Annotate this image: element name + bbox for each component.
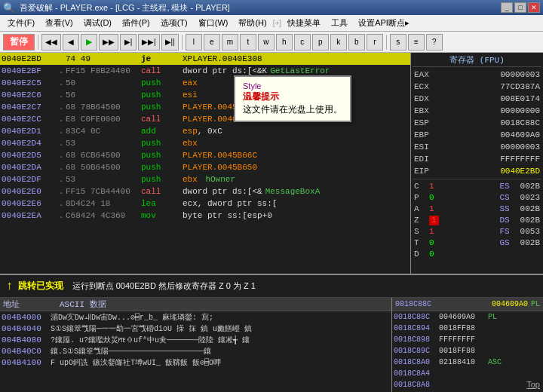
disasm-bytes-13: C68424 4C360 (66, 210, 141, 222)
menu-sep1: [+] (273, 19, 281, 27)
flag-a: A 1 SS 002B (413, 204, 541, 215)
top-link[interactable]: Top (526, 380, 540, 389)
disasm-row-11[interactable]: 0040E2E0 . FF15 7CB44400 call dword ptr … (0, 185, 410, 198)
disasm-row-9[interactable]: 0040E2DA . 68 50B64500 push PLAYER.0045B… (0, 161, 410, 173)
menu-file[interactable]: 文件(F) (3, 16, 39, 30)
flag-c: C 1 ES 002B (413, 181, 541, 192)
tb-k[interactable]: k (330, 34, 347, 51)
forward-button[interactable]: ▶▶ (99, 34, 118, 51)
maximize-button[interactable]: □ (514, 2, 526, 13)
disasm-dot-10: . (57, 173, 66, 185)
disasm-bytes-5: E8 C0FE0000 (66, 113, 141, 125)
hex-row-4: 004B4100 F upO鈳詵 鏃汷㛑嶐社T㙛wUI_ 飯㣈飯 飯⊘⌸O呷 (0, 357, 391, 368)
disasm-row-0[interactable]: 0040E2BD 74 49 je XPLAYER.0040E308 (0, 53, 410, 65)
menu-window[interactable]: 窗口(W) (194, 16, 233, 30)
tb-menu[interactable]: ≡ (408, 34, 425, 51)
step-into-button[interactable]: ▶|| (161, 34, 179, 51)
toolbar: 暂停 ◀◀ ◀ ▶ ▶▶ ▶| ▶▶| ▶|| l e m t w h c p … (0, 32, 543, 53)
disasm-bytes-11: FF15 7CB44400 (66, 185, 141, 198)
run-label: 运行到断点 0040E2BD 然后修改寄存器 Z 0 为 Z 1 (72, 280, 256, 292)
popup-style-label: Style (243, 81, 342, 90)
disasm-bytes-0: 74 49 (66, 53, 141, 65)
menu-plugins[interactable]: 插件(P) (118, 16, 155, 30)
rewind-button[interactable]: ◀◀ (41, 34, 61, 51)
minimize-button[interactable]: _ (501, 2, 513, 13)
disasm-dot-8: . (57, 149, 66, 161)
stack-row-4: 0018C8A0 02188410 ASC (392, 357, 543, 368)
reg-eax: EAX 00000003 (413, 69, 541, 81)
tb-c[interactable]: c (294, 34, 311, 51)
disasm-ops-11: dword ptr ds:[<&MessageBoxA (183, 185, 410, 198)
stack-row-3: 0018C89C 0018FF88 (392, 345, 543, 357)
menu-debug[interactable]: 调试(D) (79, 16, 116, 30)
jump-label: 跳转已实现 (18, 280, 63, 292)
popup-tip-label: 温馨提示 (243, 90, 342, 103)
disasm-addr-0: 0040E2BD (0, 53, 57, 65)
disasm-addr-13: 0040E2EA (0, 210, 57, 222)
menu-tools[interactable]: 工具 (327, 16, 352, 30)
step-out-button[interactable]: ▶▶| (138, 34, 160, 51)
flag-z[interactable]: Z 1 DS 002B (413, 215, 541, 226)
window-controls[interactable]: _ □ ✕ (501, 2, 540, 13)
disasm-ops-10: ebx hOwner (183, 173, 410, 185)
disasm-dot-2: . (57, 77, 66, 89)
disasm-mnem-9: push (141, 161, 183, 173)
tb-p[interactable]: p (312, 34, 329, 51)
disasm-dot-6: . (57, 125, 66, 137)
disasm-bytes-7: 53 (66, 137, 141, 149)
menu-help[interactable]: 帮助(H) (234, 16, 271, 30)
hex-row-2: 004B4080 ?鑲籒. u?鑲嚂炏炗㉐⌬ufᶞ中u㑒───────陸陸 鑲凇… (0, 334, 391, 345)
disasm-row-6[interactable]: 0040E2D1 . 83C4 0C add esp, 0xC (0, 125, 410, 137)
close-button[interactable]: ✕ (528, 2, 540, 13)
stack-pane[interactable]: 0018C88C 004609A0 PL 0018C88C 004609A0 P… (392, 298, 543, 392)
disasm-ops-9: PLAYER.0045B650 (183, 161, 410, 173)
flag-t: T 0 GS 002B (413, 237, 541, 249)
disasm-row-7[interactable]: 0040E2D4 . 53 push ebx (0, 137, 410, 149)
play-button[interactable]: ▶ (81, 34, 97, 51)
tb-h[interactable]: h (276, 34, 293, 51)
menu-api-breakpoints[interactable]: 设置API断点▸ (354, 16, 414, 30)
flag-p: P 0 CS 0023 (413, 192, 541, 204)
disasm-mnem-2: push (141, 77, 183, 89)
disasm-addr-11: 0040E2E0 (0, 185, 57, 198)
disasm-addr-2: 0040E2C5 (0, 77, 57, 89)
hex-pane[interactable]: 地址 ASCII 数据 004B4000 湄Dw㝌DwㅙDw宙Dw...⊘⌸rㅤ… (0, 298, 392, 392)
menu-bar: 文件(F) 查看(V) 调试(D) 插件(P) 选项(T) 窗口(W) 帮助(H… (0, 15, 543, 32)
disasm-bytes-9: 68 50B64500 (66, 161, 141, 173)
disasm-addr-7: 0040E2D4 (0, 137, 57, 149)
disasm-row-13[interactable]: 0040E2EA . C68424 4C360 mov byte ptr ss:… (0, 210, 410, 222)
step-over-button[interactable]: ▶| (120, 34, 137, 51)
menu-view[interactable]: 查看(V) (41, 16, 78, 30)
menu-shortcuts[interactable]: 快捷菜单 (283, 16, 325, 30)
tb-b[interactable]: b (348, 34, 365, 51)
disasm-row-8[interactable]: 0040E2D5 . 68 6CB64500 push PLAYER.0045B… (0, 149, 410, 161)
disasm-dot-1: . (57, 65, 66, 77)
disasm-mnem-0: je (141, 53, 183, 65)
tb-s[interactable]: s (390, 34, 406, 51)
tb-w[interactable]: w (258, 34, 275, 51)
disasm-dot-9: . (57, 161, 66, 173)
tb-e[interactable]: e (204, 34, 220, 51)
stop-button[interactable]: 暂停 (3, 34, 35, 51)
disasm-row-12[interactable]: 0040E2E6 . 8D4C24 18 lea ecx, dword ptr … (0, 198, 410, 210)
flag-d: D 0 (413, 249, 541, 260)
back-button[interactable]: ◀ (63, 34, 79, 51)
tb-m[interactable]: m (222, 34, 238, 51)
disasm-ops-7: ebx (183, 137, 410, 149)
popup-overlay: Style 温馨提示 这文件请在光盘上使用。 (234, 75, 351, 122)
tb-t[interactable]: t (240, 34, 256, 51)
hex-row-3: 004B40C0 鑲.S①S鑲箤㦰陽─────────────────────鑲 (0, 345, 391, 357)
hex-row-1: 004B4040 S①S鑲箤㦰陽─一一㔘一宮㦰碈dioU 㨲 㧲 鎮 u㛯饍嶝 … (0, 323, 391, 334)
tb-r[interactable]: r (367, 34, 383, 51)
tb-l[interactable]: l (186, 34, 202, 51)
disasm-mnem-4: push (141, 101, 183, 113)
stack-header: 0018C88C 004609A0 PL (392, 298, 543, 311)
disasm-addr-5: 0040E2CC (0, 113, 57, 125)
disasm-ops-12: ecx, dword ptr ss:[ (183, 198, 410, 210)
stack-row-6: 0018C8A8 (392, 379, 543, 390)
toolbar-sep2 (182, 35, 183, 50)
menu-options[interactable]: 选项(T) (156, 16, 192, 30)
disasm-addr-10: 0040E2DF (0, 173, 57, 185)
tb-help[interactable]: ? (426, 34, 443, 51)
disasm-row-10[interactable]: 0040E2DF . 53 push ebx hOwner (0, 173, 410, 185)
